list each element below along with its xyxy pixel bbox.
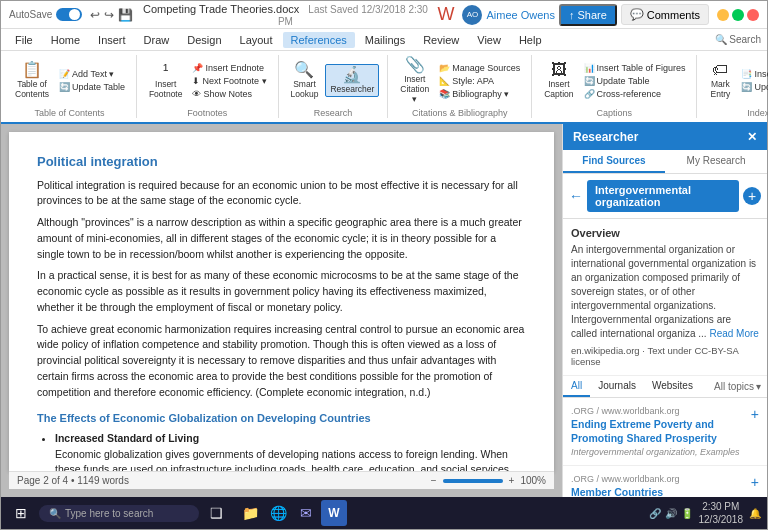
tab-find-sources[interactable]: Find Sources	[563, 150, 665, 173]
insert-index-icon: 📑	[741, 69, 752, 79]
filter-websites[interactable]: Websites	[644, 376, 701, 397]
researcher-back-icon[interactable]: ←	[569, 188, 583, 204]
last-saved: Last Saved 12/3/2018 2:30 PM	[278, 4, 428, 27]
toc-icon: 📋	[22, 62, 42, 78]
close-button[interactable]	[747, 9, 759, 21]
result-1-title[interactable]: Ending Extreme Poverty and Promoting Sha…	[571, 418, 759, 445]
menu-review[interactable]: Review	[415, 32, 467, 48]
doc-para-3: In a practical sense, it is best for as …	[37, 268, 526, 315]
style-button[interactable]: 📐 Style: APA	[436, 75, 523, 87]
minimize-button[interactable]	[717, 9, 729, 21]
menu-help[interactable]: Help	[511, 32, 550, 48]
document-page[interactable]: Political integration Political integrat…	[9, 132, 554, 471]
style-icon: 📐	[439, 76, 450, 86]
taskbar-app-mail[interactable]: ✉	[293, 500, 319, 526]
share-button[interactable]: ↑ Share	[559, 4, 617, 26]
zoom-out-icon[interactable]: −	[431, 475, 437, 486]
search-placeholder: Type here to search	[65, 508, 153, 519]
index-group-label: Index	[705, 106, 768, 118]
insert-table-of-figures-button[interactable]: 📊 Insert Table of Figures	[581, 62, 689, 74]
quick-save-icon[interactable]: 💾	[118, 8, 133, 22]
notification-icon[interactable]: 🔔	[749, 508, 761, 519]
next-footnote-button[interactable]: ⬇ Next Footnote ▾	[189, 75, 269, 87]
redo-icon[interactable]: ↪	[104, 8, 114, 22]
update-table-button[interactable]: 🔄 Update Table	[56, 81, 128, 93]
menu-mailings[interactable]: Mailings	[357, 32, 413, 48]
result-2-title[interactable]: Member Countries	[571, 486, 759, 497]
network-icon[interactable]: 🔗	[649, 508, 661, 519]
researcher-button[interactable]: 🔬 Researcher	[325, 64, 379, 97]
user-name[interactable]: Aimee Owens	[486, 9, 554, 21]
bibliography-button[interactable]: 📚 Bibliography ▾	[436, 88, 523, 100]
autosave-toggle[interactable]	[56, 8, 82, 21]
taskbar-app-word[interactable]: W	[321, 500, 347, 526]
undo-icon[interactable]: ↩	[90, 8, 100, 22]
taskbar-app-edge[interactable]: 🌐	[265, 500, 291, 526]
cross-reference-button[interactable]: 🔗 Cross-reference	[581, 88, 689, 100]
menu-view[interactable]: View	[469, 32, 509, 48]
show-notes-icon: 👁	[192, 89, 201, 99]
filter-journals[interactable]: Journals	[590, 376, 644, 397]
ribbon-btns-index: 🏷 MarkEntry 📑 Insert Index 🔄 Update Inde…	[705, 55, 768, 106]
insert-index-button[interactable]: 📑 Insert Index	[738, 68, 768, 80]
tab-my-research[interactable]: My Research	[665, 150, 767, 173]
menu-insert[interactable]: Insert	[90, 32, 134, 48]
add-text-button[interactable]: 📝 Add Text ▾	[56, 68, 128, 80]
maximize-button[interactable]	[732, 9, 744, 21]
result-2-add-icon[interactable]: +	[751, 474, 759, 490]
filter-topics[interactable]: All topics ▾	[708, 377, 767, 396]
researcher-body[interactable]: Overview An intergovernmental organizati…	[563, 219, 767, 497]
taskbar-search[interactable]: 🔍 Type here to search	[39, 505, 199, 522]
search-box[interactable]: 🔍 Search	[715, 34, 761, 45]
list-item-text: Economic globalization gives governments…	[55, 448, 517, 472]
researcher-query[interactable]: Intergovernmental organization	[587, 180, 739, 212]
insert-footnote-button[interactable]: ¹ InsertFootnote	[145, 60, 187, 101]
insert-citation-button[interactable]: 📎 InsertCitation ▾	[396, 55, 433, 106]
footnote-icon: ¹	[163, 62, 168, 78]
window-controls	[717, 9, 759, 21]
ribbon-group-citations: 📎 InsertCitation ▾ 📂 Manage Sources 📐 St…	[392, 55, 532, 118]
zoom-slider[interactable]	[443, 479, 503, 483]
update-index-button[interactable]: 🔄 Update Index	[738, 81, 768, 93]
taskbar-time[interactable]: 2:30 PM 12/3/2018	[699, 500, 744, 526]
taskbar-app-explorer[interactable]: 📁	[237, 500, 263, 526]
zoom-in-icon[interactable]: +	[509, 475, 515, 486]
title-bar: AutoSave ↩ ↪ 💾 Competing Trade Theories.…	[1, 1, 767, 29]
task-view-button[interactable]: ❑	[203, 500, 229, 526]
menu-draw[interactable]: Draw	[136, 32, 178, 48]
researcher-add-button[interactable]: +	[743, 187, 761, 205]
zoom-fill	[443, 479, 503, 483]
comments-button[interactable]: 💬 Comments	[621, 4, 709, 25]
footnotes-group-label: Footnotes	[145, 106, 270, 118]
ribbon-group-research: 🔍 SmartLookup 🔬 Researcher Research	[283, 55, 389, 118]
mark-entry-button[interactable]: 🏷 MarkEntry	[705, 60, 735, 101]
speaker-icon[interactable]: 🔊	[665, 508, 677, 519]
research-group-label: Research	[287, 106, 380, 118]
table-of-contents-button[interactable]: 📋 Table ofContents	[11, 60, 53, 101]
manage-sources-button[interactable]: 📂 Manage Sources	[436, 62, 523, 74]
menu-home[interactable]: Home	[43, 32, 88, 48]
insert-caption-button[interactable]: 🖼 InsertCaption	[540, 60, 577, 101]
menu-references[interactable]: References	[283, 32, 355, 48]
result-1-add-icon[interactable]: +	[751, 406, 759, 422]
menu-layout[interactable]: Layout	[232, 32, 281, 48]
menu-file[interactable]: File	[7, 32, 41, 48]
researcher-title: Researcher	[573, 130, 638, 144]
bibliography-icon: 📚	[439, 89, 450, 99]
list-item-bold: Increased Standard of Living	[55, 432, 199, 444]
researcher-close-icon[interactable]: ✕	[747, 130, 757, 144]
doc-heading-sub: The Effects of Economic Globalization on…	[37, 410, 526, 427]
update-table-captions-button[interactable]: 🔄 Update Table	[581, 75, 689, 87]
read-more-link[interactable]: Read More	[709, 328, 758, 339]
filter-all[interactable]: All	[563, 376, 590, 397]
start-button[interactable]: ⊞	[7, 499, 35, 527]
show-notes-button[interactable]: 👁 Show Notes	[189, 88, 269, 100]
avatar: AO	[462, 5, 482, 25]
smart-lookup-button[interactable]: 🔍 SmartLookup	[287, 60, 323, 101]
mark-label: MarkEntry	[711, 79, 731, 99]
windows-icon: ⊞	[15, 505, 27, 521]
citations-group-label: Citations & Bibliography	[396, 106, 523, 118]
researcher-header: Researcher ✕	[563, 124, 767, 150]
menu-design[interactable]: Design	[179, 32, 229, 48]
insert-endnote-button[interactable]: 📌 Insert Endnote	[189, 62, 269, 74]
